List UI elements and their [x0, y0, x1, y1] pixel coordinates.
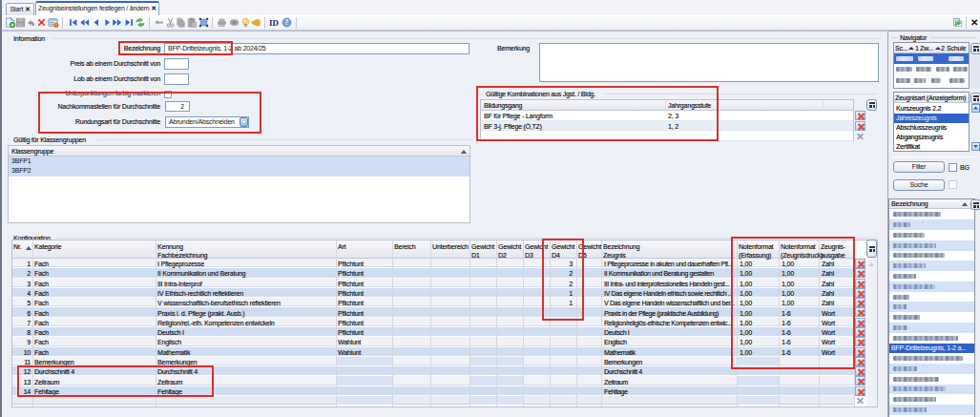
svg-text:?: ? [285, 19, 289, 27]
